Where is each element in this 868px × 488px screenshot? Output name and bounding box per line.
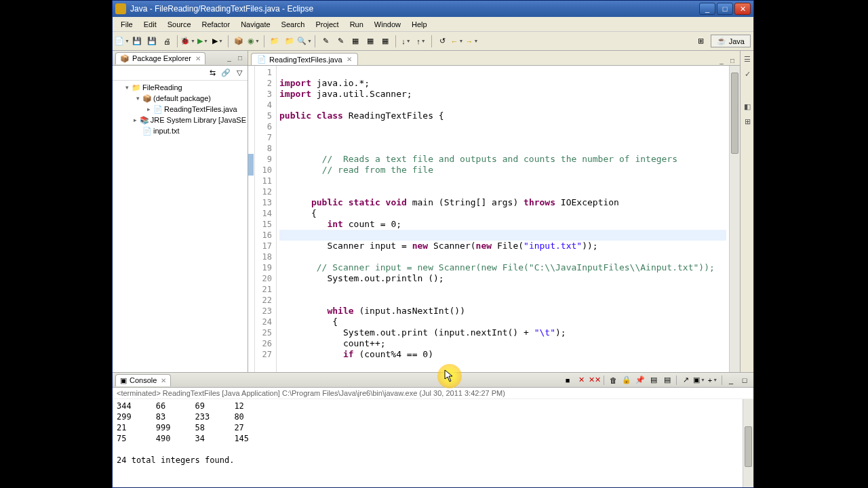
menu-project[interactable]: Project	[310, 19, 344, 30]
close-icon[interactable]: ✕	[161, 377, 166, 384]
run-last-icon[interactable]: ▶▼	[211, 35, 224, 48]
java-file-icon: 📄	[257, 55, 267, 64]
link-editor-icon[interactable]: 🔗	[220, 68, 231, 79]
editor-tab[interactable]: 📄 ReadingTextFiles.java ✕	[251, 53, 358, 65]
console-dropdown-icon[interactable]: ▣▼	[693, 374, 705, 386]
minimize-console-icon[interactable]: _	[725, 374, 737, 386]
view-menu-icon[interactable]: ▽	[234, 68, 245, 79]
close-icon[interactable]: ✕	[347, 56, 352, 63]
eclipse-icon	[115, 3, 126, 14]
menu-window[interactable]: Window	[369, 19, 406, 30]
display-selected-icon[interactable]: ▤	[648, 374, 660, 386]
minimize-button[interactable]: _	[699, 3, 715, 15]
tree-input-file[interactable]: 📄 input.txt	[114, 125, 246, 136]
java-icon: ☕	[717, 37, 726, 45]
library-icon: 📚	[140, 115, 149, 125]
tree-project[interactable]: ▾ 📁 FileReading	[114, 82, 246, 93]
run-icon[interactable]: ▶▼	[196, 35, 210, 48]
main-toolbar: 📄▼ 💾 💾 🖨 🐞▼ ▶▼ ▶▼ 📦 ◉▼ 📁 📁 🔍▼ ✎ ✎ ▦ ▦ ▦ …	[113, 32, 753, 51]
editor-area: 📄 ReadingTextFiles.java ✕ _ □ 1234567891…	[248, 51, 740, 372]
window-title: Java - FileReading/ReadingTextFiles.java…	[130, 4, 699, 14]
menubar: File Edit Source Refactor Navigate Searc…	[113, 17, 753, 32]
task-list-icon[interactable]: ✓	[742, 68, 753, 79]
console-status: <terminated> ReadingTextFiles [Java Appl…	[113, 388, 753, 399]
project-icon: 📁	[132, 83, 141, 92]
tree-jre[interactable]: ▸ 📚 JRE System Library [JavaSE	[114, 115, 246, 125]
open-console-icon[interactable]: ▤	[661, 374, 673, 386]
package-icon: 📦	[120, 54, 130, 63]
package-icon: 📦	[142, 94, 152, 103]
back-icon[interactable]: ←▼	[450, 35, 464, 48]
minimize-editor-icon[interactable]: _	[717, 56, 726, 65]
menu-edit[interactable]: Edit	[138, 19, 162, 30]
open-perspective-icon[interactable]: ⊞	[694, 35, 708, 48]
debug-icon[interactable]: 🐞▼	[181, 35, 195, 48]
open-type-icon[interactable]: 📁	[268, 35, 281, 48]
maximize-console-icon[interactable]: □	[738, 374, 751, 386]
new-package-icon[interactable]: 📦	[232, 35, 245, 48]
java-perspective-button[interactable]: ☕ Java	[711, 35, 751, 47]
remove-launch-icon[interactable]: ✕	[575, 374, 587, 386]
save-all-icon[interactable]: 💾	[145, 35, 159, 48]
hierarchy-icon[interactable]: ⊞	[742, 116, 753, 127]
editor-scrollbar[interactable]	[729, 66, 740, 372]
outline-view-icon[interactable]: ◧	[742, 101, 753, 112]
new-icon[interactable]: 📄▼	[115, 35, 129, 48]
close-icon[interactable]: ✕	[195, 55, 201, 62]
menu-source[interactable]: Source	[162, 19, 197, 30]
prev-annotation-icon[interactable]: ↑▼	[414, 35, 428, 48]
minimize-view-icon[interactable]: _	[224, 54, 234, 63]
console-scrollbar[interactable]	[743, 399, 753, 487]
maximize-view-icon[interactable]: □	[235, 54, 245, 63]
menu-run[interactable]: Run	[344, 19, 369, 30]
console-icon: ▣	[120, 376, 127, 385]
tree-java-file[interactable]: ▸ 📄 ReadingTextFiles.java	[114, 104, 246, 115]
last-edit-icon[interactable]: ↺	[435, 35, 449, 48]
outline-icon[interactable]: ☰	[742, 54, 753, 64]
new-console-icon[interactable]: +▼	[707, 374, 719, 386]
project-tree[interactable]: ▾ 📁 FileReading ▾ 📦 (default package) ▸ …	[113, 81, 248, 372]
show-whitespace-icon[interactable]: ▦	[363, 35, 377, 48]
toggle-mark-icon[interactable]: ✎	[319, 35, 332, 48]
tree-default-package[interactable]: ▾ 📦 (default package)	[114, 93, 246, 104]
scroll-lock-icon[interactable]: 🔒	[620, 374, 633, 386]
console-tab[interactable]: ▣ Console ✕	[115, 374, 171, 386]
remove-all-icon[interactable]: ✕✕	[589, 374, 601, 386]
menu-help[interactable]: Help	[406, 19, 433, 30]
console-view: ▣ Console ✕ ■ ✕ ✕✕ 🗑 🔒 📌 ▤ ▤ ↗ ▣▼ +▼ _	[113, 372, 753, 487]
toggle-breadcrumb-icon[interactable]: ▦	[349, 35, 362, 48]
toggle-block-icon[interactable]: ✎	[334, 35, 347, 48]
terminate-icon[interactable]: ■	[561, 374, 574, 386]
show-console-icon[interactable]: ↗	[679, 374, 692, 386]
close-button[interactable]: ✕	[734, 3, 751, 15]
package-explorer-view: 📦 Package Explorer ✕ _ □ ⇆ 🔗 ▽ ▾ 📁 File	[113, 51, 248, 372]
eclipse-window: Java - FileReading/ReadingTextFiles.java…	[112, 0, 754, 488]
maximize-button[interactable]: □	[717, 3, 733, 15]
collapse-all-icon[interactable]: ⇆	[207, 68, 218, 79]
package-explorer-tab[interactable]: 📦 Package Explorer ✕	[115, 52, 205, 64]
print-icon[interactable]: 🖨	[160, 35, 174, 48]
code-editor[interactable]: 1234567891011121314151617181920212223242…	[248, 66, 740, 372]
java-file-icon: 📄	[153, 104, 163, 114]
next-annotation-icon[interactable]: ↓▼	[399, 35, 413, 48]
toggle-word-wrap-icon[interactable]: ▦	[378, 35, 392, 48]
maximize-editor-icon[interactable]: □	[728, 56, 737, 65]
save-icon[interactable]: 💾	[130, 35, 144, 48]
menu-file[interactable]: File	[115, 19, 138, 30]
menu-navigate[interactable]: Navigate	[235, 19, 275, 30]
text-file-icon: 📄	[142, 126, 152, 136]
menu-search[interactable]: Search	[276, 19, 311, 30]
new-class-icon[interactable]: ◉▼	[247, 35, 260, 48]
console-output[interactable]: 344 66 69 12 299 83 233 80 21 999 58 27 …	[113, 399, 743, 487]
search-icon[interactable]: 🔍▼	[298, 35, 311, 48]
menu-refactor[interactable]: Refactor	[197, 19, 236, 30]
titlebar[interactable]: Java - FileReading/ReadingTextFiles.java…	[113, 1, 753, 17]
pin-console-icon[interactable]: 📌	[634, 374, 646, 386]
open-task-icon[interactable]: 📁	[283, 35, 296, 48]
right-trim: ☰ ✓ ◧ ⊞	[740, 51, 753, 372]
forward-icon[interactable]: →▼	[465, 35, 479, 48]
clear-console-icon[interactable]: 🗑	[607, 374, 619, 386]
